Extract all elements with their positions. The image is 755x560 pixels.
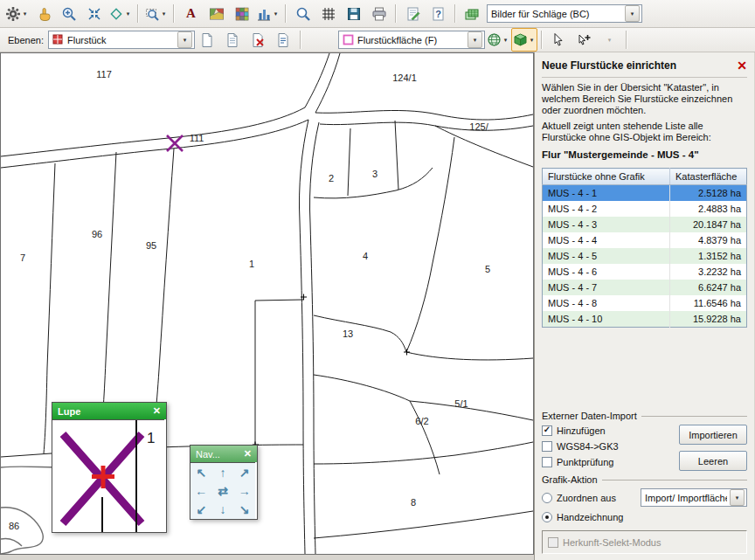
table-row[interactable]: MUS - 4 - 811.6546 ha xyxy=(543,295,747,311)
table-row[interactable]: MUS - 4 - 51.3152 ha xyxy=(543,248,747,264)
nav-pan-icon[interactable]: ⇄ xyxy=(212,481,234,500)
chevron-down-icon[interactable]: ▾ xyxy=(502,36,509,45)
diamond-icon xyxy=(108,6,124,22)
nav-title: Nav... xyxy=(196,449,220,460)
table-row[interactable]: MUS - 4 - 63.2232 ha xyxy=(543,264,747,280)
combobox-arrow-button[interactable]: ▾ xyxy=(730,489,745,506)
lupe-magnified-view: 1 xyxy=(52,420,164,532)
map-canvas[interactable]: 117124/1125/1112396957145135/16/2886 Lup… xyxy=(0,52,534,555)
nav-right-icon[interactable]: → xyxy=(233,481,255,500)
thematic-map-button[interactable] xyxy=(204,2,229,25)
combobox-arrow-button[interactable]: ▾ xyxy=(468,31,482,48)
nav-up-left-icon[interactable]: ↖ xyxy=(190,463,212,481)
globe-button[interactable]: ▾ xyxy=(485,28,511,52)
parcel-id-cell: MUS - 4 - 2 xyxy=(543,201,670,217)
images-combobox[interactable]: Bilder für Schläge (BC) ▾ xyxy=(487,4,642,23)
close-icon[interactable]: ✕ xyxy=(153,406,161,416)
main-toolbar: ▾ ▾ ▾ xyxy=(0,0,755,28)
hand-drawing-label: Handzeichnung xyxy=(557,512,623,522)
table-row[interactable]: MUS - 4 - 76.6247 ha xyxy=(543,280,747,295)
import-source-combobox[interactable]: Import/ Importfläche ▾ xyxy=(641,488,747,507)
select-cursor-button[interactable] xyxy=(546,28,571,52)
zoom-selection-button[interactable]: ▾ xyxy=(142,2,170,25)
list-document-button[interactable] xyxy=(271,28,296,52)
select-shape-button[interactable]: ▾ xyxy=(107,2,134,25)
chevron-down-icon[interactable]: ▾ xyxy=(160,10,168,18)
close-icon[interactable]: ✕ xyxy=(244,449,252,459)
layer-combobox[interactable]: Flurstück ▾ xyxy=(48,31,195,49)
image-tables-button[interactable] xyxy=(460,2,485,25)
checkbox-box-icon xyxy=(542,457,552,467)
toolbar-separator xyxy=(137,4,139,23)
combobox-arrow-button[interactable]: ▾ xyxy=(625,5,640,22)
origin-select-checkbox[interactable]: Herkunft-Selekt-Modus xyxy=(548,536,741,549)
text-tool-button[interactable]: A xyxy=(178,2,204,25)
column-header-parcels[interactable]: Flurstücke ohne Grafik xyxy=(543,169,670,185)
import-checkbox[interactable]: WGS84->GK3 xyxy=(542,439,679,453)
legend-colors-button[interactable] xyxy=(229,2,254,25)
settings-button[interactable]: ▾ xyxy=(3,2,31,25)
magnified-parcel-label: 1 xyxy=(147,430,155,446)
add-select-cursor-button[interactable] xyxy=(571,28,597,52)
nav-down-icon[interactable]: ↓ xyxy=(212,501,234,519)
help-button[interactable]: ? xyxy=(426,2,451,25)
table-row[interactable]: MUS - 4 - 22.4883 ha xyxy=(543,201,747,217)
panel-intro-1: Wählen Sie in der Übersicht "Kataster", … xyxy=(542,82,747,116)
chevron-down-icon[interactable]: ▾ xyxy=(528,36,536,45)
close-icon[interactable]: ✕ xyxy=(737,59,747,72)
parcel-label: 86 xyxy=(9,521,19,531)
zoom-extent-button[interactable] xyxy=(81,2,107,25)
parcel-label: 7 xyxy=(20,252,25,263)
print-button[interactable] xyxy=(366,2,391,25)
parcel-table[interactable]: Flurstücke ohne Grafik Katasterfläche MU… xyxy=(542,168,747,328)
delete-document-button[interactable] xyxy=(246,28,271,52)
clear-button[interactable]: Leeren xyxy=(679,451,747,471)
report-edit-button[interactable] xyxy=(400,2,426,25)
nav-up-icon[interactable]: ↑ xyxy=(212,463,234,481)
table-row[interactable]: MUS - 4 - 320.1847 ha xyxy=(543,217,747,232)
text-tool-icon: A xyxy=(186,6,196,21)
save-button[interactable] xyxy=(341,2,366,25)
nav-down-left-icon[interactable]: ↙ xyxy=(190,501,212,519)
area-type-combobox[interactable]: Flurstückfläche (F) ▾ xyxy=(338,31,485,49)
legend-colors-icon xyxy=(234,6,250,22)
assign-from-radio[interactable]: Zuordnen aus xyxy=(542,491,616,504)
table-row[interactable]: MUS - 4 - 12.5128 ha xyxy=(543,185,747,202)
parcel-area-cell: 20.1847 ha xyxy=(670,217,747,232)
zoom-in-button[interactable] xyxy=(56,2,81,25)
search-button[interactable] xyxy=(290,2,315,25)
lupe-titlebar[interactable]: Lupe ✕ xyxy=(52,403,166,419)
nav-up-right-icon[interactable]: ↗ xyxy=(233,463,255,481)
nav-left-icon[interactable]: ← xyxy=(190,481,212,500)
nav-down-right-icon[interactable]: ↘ xyxy=(233,501,255,519)
new-document-button[interactable] xyxy=(195,28,220,52)
copy-document-button[interactable] xyxy=(220,28,246,52)
cursor-plus-icon xyxy=(577,32,592,47)
draw-object-button[interactable]: ▾ xyxy=(511,28,537,52)
import-checkbox[interactable]: Punktprüfung xyxy=(542,455,679,468)
chart-button[interactable]: ▾ xyxy=(254,2,281,25)
toolbar-separator xyxy=(541,31,543,49)
column-header-area[interactable]: Katasterfläche xyxy=(670,169,747,185)
parcel-label: 3 xyxy=(372,169,378,179)
lupe-window[interactable]: Lupe ✕ 1 xyxy=(52,402,167,533)
hand-drawing-radio[interactable]: Handzeichnung xyxy=(542,510,623,523)
table-row[interactable]: MUS - 4 - 1015.9228 ha xyxy=(543,311,747,328)
import-checkbox[interactable]: Hinzufügen xyxy=(542,424,679,437)
chevron-down-icon[interactable]: ▾ xyxy=(272,10,280,18)
collapse-arrows-icon xyxy=(87,6,102,22)
chevron-down-icon: ▾ xyxy=(181,36,189,45)
combobox-arrow-button[interactable]: ▾ xyxy=(177,31,192,48)
nav-window[interactable]: Nav... ✕ ↖↑↗←⇄→↙↓↘ xyxy=(190,445,258,520)
cursor-options-button[interactable]: ▾ xyxy=(597,28,622,52)
chevron-down-icon[interactable]: ▾ xyxy=(124,10,132,18)
pan-hand-button[interactable] xyxy=(31,2,56,25)
table-row[interactable]: MUS - 4 - 44.8379 ha xyxy=(543,232,747,248)
chevron-down-icon[interactable]: ▾ xyxy=(21,10,29,18)
import-button[interactable]: Importieren xyxy=(679,425,747,445)
nav-titlebar[interactable]: Nav... ✕ xyxy=(190,446,257,462)
grid-button[interactable] xyxy=(315,2,341,25)
delete-document-icon xyxy=(251,32,266,48)
panel-spacer xyxy=(542,328,747,407)
checkbox-box-icon xyxy=(542,441,552,452)
